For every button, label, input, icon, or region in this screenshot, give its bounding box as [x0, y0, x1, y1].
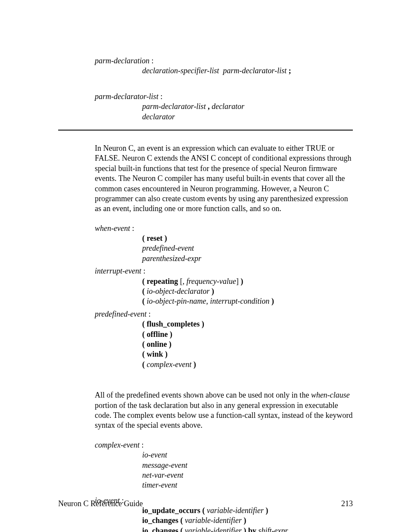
prod-terminal: )	[212, 287, 214, 296]
prod-part: parm-declarator-list	[223, 66, 287, 75]
grammar-production: ( flush_completes )	[142, 319, 353, 329]
prod-terminal: ( online )	[142, 340, 171, 348]
prod-part: io-object-declarator	[145, 287, 212, 296]
paragraph: In Neuron C, an event is an expression w…	[95, 143, 353, 214]
grammar-production: ( online )	[142, 339, 353, 349]
prod-part: shift-expr	[256, 526, 288, 532]
footer-title: Neuron C Reference Guide	[58, 499, 143, 508]
prod-terminal: io_changes (	[142, 526, 183, 532]
page-footer: Neuron C Reference Guide 213	[58, 499, 353, 508]
prod-part: ]	[236, 277, 241, 286]
prod-terminal: ;	[289, 66, 291, 75]
label-text: when-event	[95, 224, 130, 233]
prod-part: io-event	[142, 451, 167, 459]
prod-terminal: )	[271, 297, 274, 305]
label-text: complex-event	[95, 441, 140, 449]
grammar-production: io-event	[142, 450, 353, 460]
label-text: parm-declaration	[95, 56, 149, 65]
prod-terminal: ( flush_completes )	[142, 320, 204, 328]
grammar-production: timer-event	[142, 480, 353, 490]
prod-part: declarator	[212, 102, 244, 111]
grammar-production: ( repeating [, frequency-value] )	[142, 277, 353, 286]
grammar-label: parm-declarator-list :	[95, 92, 353, 102]
grammar-production: net-var-event	[142, 470, 353, 480]
prod-terminal: )	[193, 360, 196, 369]
paragraph: All of the predefined events shown above…	[95, 390, 353, 431]
prod-part: complex-event	[145, 360, 193, 369]
prod-part: net-var-event	[142, 471, 184, 479]
grammar-label: interrupt-event :	[95, 266, 353, 276]
grammar-production: parm-declarator-list , declarator	[142, 102, 353, 112]
grammar-label: complex-event :	[95, 440, 353, 450]
section-divider	[58, 130, 353, 131]
page-content: In Neuron C, an event is an expression w…	[95, 143, 353, 532]
para-text-ital: when-clause	[311, 391, 350, 399]
grammar-production: io_changes ( variable-identifier )	[142, 516, 353, 526]
grammar-complex-event: complex-event : io-event message-event n…	[95, 440, 353, 491]
grammar-production: ( reset )	[142, 233, 353, 243]
grammar-production: predefined-event	[142, 243, 353, 253]
grammar-parm-declaration: parm-declaration : declaration-specifier…	[95, 56, 353, 76]
prod-terminal: ( wink )	[142, 350, 168, 358]
grammar-production: declaration-specifier-list parm-declarat…	[142, 66, 353, 76]
para-text: portion of the task declaration but also…	[95, 401, 352, 430]
label-text: parm-declarator-list	[95, 92, 159, 101]
prod-terminal: io_changes (	[142, 516, 183, 525]
grammar-parm-declarator-list: parm-declarator-list : parm-declarator-l…	[95, 92, 353, 122]
grammar-production: parenthesized-expr	[142, 254, 353, 264]
grammar-production: ( complex-event )	[142, 360, 353, 370]
grammar-production: ( offline )	[142, 330, 353, 339]
grammar-label: parm-declaration :	[95, 56, 353, 66]
para-text: All of the predefined events shown above…	[95, 391, 311, 399]
label-text: predefined-event	[95, 310, 146, 318]
prod-part: message-event	[142, 461, 187, 470]
prod-part: parm-declarator-list	[142, 102, 206, 111]
grammar-production: message-event	[142, 460, 353, 470]
grammar-predefined-event: predefined-event : ( flush_completes ) (…	[95, 309, 353, 370]
grammar-when-event: when-event : ( reset ) predefined-event …	[95, 224, 353, 264]
grammar-label: when-event :	[95, 224, 353, 233]
grammar-production: ( io-object-declarator )	[142, 286, 353, 296]
grammar-production: declarator	[142, 112, 353, 122]
prod-part: declarator	[142, 112, 175, 121]
grammar-production: ( wink )	[142, 349, 353, 359]
prod-part: io-object-pin-name, interrupt-condition	[145, 297, 271, 305]
prod-terminal: ,	[206, 102, 212, 111]
prod-part: parenthesized-expr	[142, 254, 201, 263]
page: parm-declaration : declaration-specifier…	[0, 0, 411, 532]
grammar-interrupt-event: interrupt-event : ( repeating [, frequen…	[95, 266, 353, 307]
prod-part: frequency-value	[187, 277, 236, 286]
prod-part: timer-event	[142, 481, 177, 489]
grammar-production: io_changes ( variable-identifier ) by sh…	[142, 526, 353, 532]
grammar-label: predefined-event :	[95, 309, 353, 319]
page-content: parm-declaration : declaration-specifier…	[95, 56, 353, 122]
prod-terminal: ) by	[243, 526, 256, 532]
prod-part: [,	[178, 277, 187, 286]
grammar-production: ( io-object-pin-name, interrupt-conditio…	[142, 296, 353, 306]
prod-terminal: ( offline )	[142, 330, 172, 339]
prod-part: predefined-event	[142, 244, 194, 252]
prod-terminal: ( reset )	[142, 234, 167, 243]
prod-terminal: )	[243, 516, 246, 525]
footer-page-number: 213	[341, 499, 353, 508]
label-text: interrupt-event	[95, 267, 141, 275]
prod-part: variable-identifier	[183, 526, 244, 532]
prod-terminal: )	[240, 277, 243, 286]
prod-part: declaration-specifier-list	[142, 66, 219, 75]
prod-part: variable-identifier	[183, 516, 244, 525]
prod-terminal: ( repeating	[142, 277, 178, 286]
